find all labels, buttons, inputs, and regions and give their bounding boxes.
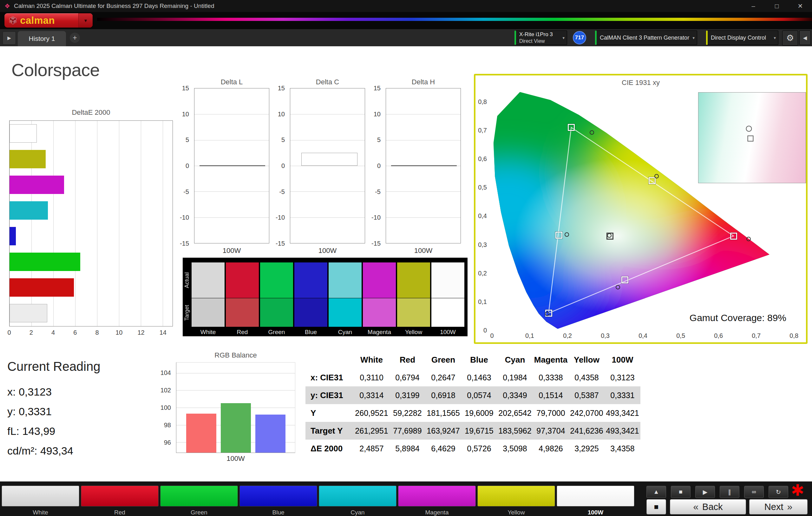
gamut-coverage-label: Gamut Coverage: bbox=[690, 312, 765, 323]
pattern-button-100w[interactable]: 100W bbox=[557, 486, 634, 515]
close-button[interactable]: ✕ bbox=[788, 0, 812, 12]
target-marker-cyan bbox=[555, 232, 562, 239]
table-cell: 6,4629 bbox=[425, 439, 461, 457]
pattern-generator-dropdown[interactable]: CalMAN Client 3 Pattern Generator ▾ bbox=[595, 30, 697, 45]
minimize-button[interactable]: – bbox=[742, 0, 765, 12]
chart-title: Delta C bbox=[290, 78, 365, 86]
swatch-label: Magenta bbox=[363, 329, 396, 336]
main-area: Colorspace DeltaE 2000 02468101214 Delta… bbox=[0, 46, 812, 481]
table-header: White bbox=[354, 351, 389, 369]
display-control-dropdown[interactable]: Direct Display Control ▾ bbox=[706, 30, 778, 45]
chart-title: Delta L bbox=[194, 78, 269, 86]
pattern-button-magenta[interactable]: Magenta bbox=[398, 486, 476, 515]
tab-history-1[interactable]: History 1 bbox=[18, 31, 66, 46]
swatch-target bbox=[260, 298, 293, 327]
stop-measurement-button[interactable]: ■ bbox=[646, 499, 666, 514]
table-cell: 183,5962 bbox=[497, 422, 533, 439]
swatch-actual bbox=[431, 263, 464, 298]
axis-tick-label: -5 bbox=[183, 188, 189, 195]
license-alert-icon: ✱ bbox=[791, 481, 804, 499]
target-white-marker bbox=[747, 135, 753, 142]
measurement-table: WhiteRedGreenBlueCyanMagentaYellow100Wx:… bbox=[306, 351, 640, 457]
axis-tick-label: 5 bbox=[185, 136, 189, 144]
axis-tick-label: 0 bbox=[377, 162, 381, 170]
loop-button[interactable]: ↻ bbox=[768, 486, 788, 498]
calman-logo-icon: ✾ bbox=[9, 13, 17, 28]
swatch-target bbox=[363, 298, 396, 327]
axis-tick-label: -15 bbox=[276, 240, 285, 247]
current-reading-title: Current Reading bbox=[7, 359, 100, 374]
pattern-button-yellow[interactable]: Yellow bbox=[477, 486, 555, 515]
pattern-button-white[interactable]: White bbox=[2, 486, 79, 515]
pattern-button-cyan[interactable]: Cyan bbox=[319, 486, 397, 515]
maximize-button[interactable]: □ bbox=[765, 0, 788, 12]
table-cell: 19,6715 bbox=[461, 422, 497, 439]
table-header: Yellow bbox=[569, 351, 605, 369]
meter-dropdown[interactable]: X-Rite i1Pro 3 Direct View ▾ bbox=[515, 30, 567, 45]
meter-name: X-Rite i1Pro 3 bbox=[519, 31, 553, 38]
pattern-button-blue[interactable]: Blue bbox=[239, 486, 317, 515]
table-header: Green bbox=[425, 351, 461, 369]
expand-panel-button[interactable]: ▶ bbox=[3, 31, 16, 45]
swatch-actual bbox=[328, 263, 361, 298]
chevron-left-icon: ◀ bbox=[803, 35, 807, 41]
swatch-label: Cyan bbox=[328, 329, 361, 336]
table-cell: 202,6542 bbox=[497, 404, 533, 422]
swatch-actual bbox=[226, 263, 259, 298]
table-cell: 19,6009 bbox=[461, 404, 497, 422]
cie-x-axis: 00,10,20,30,40,50,60,70,8 bbox=[492, 332, 802, 340]
continuous-button[interactable]: ∞ bbox=[744, 486, 764, 498]
table-cell: 261,2951 bbox=[354, 422, 389, 439]
table-row-label: Target Y bbox=[306, 422, 354, 439]
delta-h-chart: Delta H 151050-5-10-15 100W bbox=[368, 78, 463, 259]
table-cell: 0,5726 bbox=[461, 439, 497, 457]
pattern-swatch bbox=[2, 486, 79, 507]
table-cell: 0,6794 bbox=[389, 369, 425, 386]
next-button[interactable]: Next » bbox=[749, 499, 808, 514]
deltae-bar-blue bbox=[9, 227, 16, 245]
target-marker-magenta bbox=[621, 276, 628, 283]
table-header: Cyan bbox=[497, 351, 533, 369]
deltae-bar-green bbox=[9, 253, 80, 271]
chevron-right-icon: » bbox=[787, 502, 792, 512]
table-cell: 242,0700 bbox=[569, 404, 605, 422]
deltae-bar-row bbox=[9, 278, 173, 297]
settings-button[interactable]: ⚙ bbox=[782, 30, 798, 45]
pause-button[interactable]: ∥ bbox=[720, 486, 740, 498]
play-button[interactable]: ▶ bbox=[695, 486, 715, 498]
current-reading-panel: Current Reading x: 0,3123y: 0,3331fL: 14… bbox=[7, 359, 100, 460]
axis-tick-label: 0,4 bbox=[478, 212, 487, 220]
chevron-down-icon: ▼ bbox=[78, 13, 93, 28]
chevron-down-icon: ▾ bbox=[562, 35, 564, 40]
pattern-button-green[interactable]: Green bbox=[160, 486, 238, 515]
table-header: Blue bbox=[461, 351, 497, 369]
stop-icon: ■ bbox=[654, 503, 659, 511]
collapse-panel-button[interactable]: ◀ bbox=[799, 30, 811, 45]
axis-tick-label: 15 bbox=[374, 85, 381, 92]
table-row-label: y: CIE31 bbox=[306, 386, 354, 404]
swatch-column-blue: Blue bbox=[294, 263, 327, 336]
pattern-generator-label: CalMAN Client 3 Pattern Generator bbox=[600, 35, 689, 41]
calman-menu-button[interactable]: ✾ calman ▼ bbox=[4, 13, 93, 28]
axis-tick-label: 4 bbox=[51, 329, 55, 336]
pattern-swatch bbox=[239, 486, 317, 507]
swatch-label: Yellow bbox=[397, 329, 430, 336]
add-tab-button[interactable]: + bbox=[70, 33, 80, 43]
table-cell: 3,5098 bbox=[497, 439, 533, 457]
measured-marker-green bbox=[590, 130, 594, 135]
pattern-button-red[interactable]: Red bbox=[81, 486, 158, 515]
table-cell: 3,2925 bbox=[569, 439, 605, 457]
gear-icon: ⚙ bbox=[786, 33, 794, 43]
swatch-actual bbox=[260, 263, 293, 298]
axis-tick-label: 0,4 bbox=[638, 332, 647, 339]
back-button[interactable]: « Back bbox=[670, 499, 746, 514]
swatch-column-green: Green bbox=[260, 263, 293, 336]
up-button[interactable]: ▲ bbox=[646, 486, 666, 498]
rgb-bar-red bbox=[186, 414, 216, 453]
deltae-bar-row bbox=[9, 304, 173, 322]
axis-tick-label: 96 bbox=[164, 439, 171, 446]
next-label: Next bbox=[764, 502, 783, 512]
chart-title: Delta H bbox=[386, 78, 461, 86]
stop-button[interactable]: ■ bbox=[671, 486, 691, 498]
pattern-swatch bbox=[81, 486, 158, 507]
